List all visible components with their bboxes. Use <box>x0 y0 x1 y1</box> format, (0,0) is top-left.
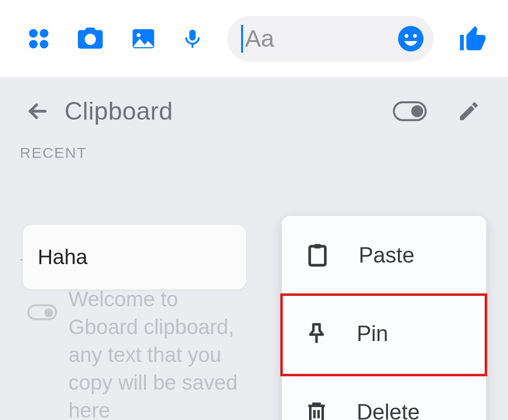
svg-point-5 <box>136 33 140 37</box>
svg-point-2 <box>29 40 38 48</box>
svg-point-0 <box>29 29 38 37</box>
svg-point-10 <box>412 106 422 116</box>
edit-icon[interactable] <box>457 99 481 123</box>
text-cursor <box>241 25 243 53</box>
gallery-icon[interactable] <box>129 24 158 53</box>
menu-delete-label: Delete <box>357 400 420 420</box>
svg-point-6 <box>398 26 423 51</box>
microphone-icon[interactable] <box>182 24 203 53</box>
svg-rect-11 <box>310 246 325 265</box>
message-input[interactable]: Aa <box>227 16 434 62</box>
svg-rect-12 <box>314 244 321 249</box>
back-icon[interactable] <box>25 98 51 124</box>
clipboard-panel: Clipboard RECENT TI Welcome to Gboard cl… <box>0 77 508 420</box>
decorative-toggle-icon <box>27 304 57 320</box>
recent-label: RECENT <box>0 136 508 161</box>
clipboard-item[interactable]: Haha <box>23 225 246 289</box>
menu-paste[interactable]: Paste <box>282 216 486 294</box>
clipboard-title: Clipboard <box>64 97 392 126</box>
clipboard-toggle-icon[interactable] <box>392 101 427 122</box>
apps-icon[interactable] <box>26 26 52 52</box>
clipboard-item-text: Haha <box>38 245 87 269</box>
camera-icon[interactable] <box>75 24 105 54</box>
menu-paste-label: Paste <box>359 243 415 268</box>
menu-pin-label: Pin <box>357 321 388 346</box>
svg-rect-13 <box>311 406 323 420</box>
compose-toolbar: Aa <box>0 0 508 77</box>
svg-point-3 <box>40 40 48 48</box>
menu-delete[interactable]: Delete <box>282 373 486 420</box>
svg-point-7 <box>405 34 408 37</box>
svg-point-1 <box>40 29 48 37</box>
clipboard-header: Clipboard <box>0 77 508 136</box>
emoji-icon[interactable] <box>397 25 425 53</box>
thumbs-up-icon[interactable] <box>457 23 488 54</box>
svg-point-8 <box>413 34 417 37</box>
context-menu: Paste Pin Delete <box>282 216 486 420</box>
menu-pin[interactable]: Pin <box>282 294 486 373</box>
input-placeholder: Aa <box>245 25 274 52</box>
welcome-tip-text: Welcome to Gboard clipboard, any text th… <box>68 285 252 420</box>
